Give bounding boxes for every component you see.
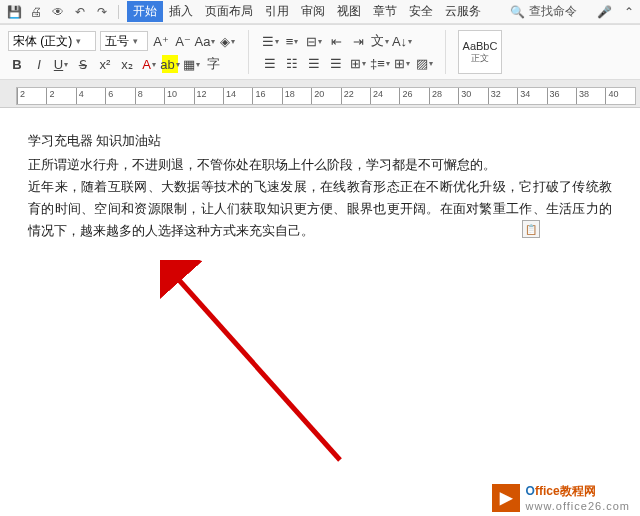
document-paragraph: 正所谓逆水行舟，不进则退，不管你处在职场上什么阶段，学习都是不可懈怠的。: [28, 154, 612, 176]
preview-icon[interactable]: 👁: [50, 4, 66, 20]
align-center-button[interactable]: ☷: [283, 54, 301, 72]
style-normal[interactable]: AaBbC 正文: [458, 30, 502, 74]
sort-button[interactable]: A↓: [393, 32, 411, 50]
redo-icon[interactable]: ↷: [94, 4, 110, 20]
paragraph-group: ☰ ≡ ⊟ ⇤ ⇥ 文 A↓ ☰ ☷ ☰ ☰ ⊞ ‡≡ ⊞ ▨: [261, 32, 433, 72]
underline-button[interactable]: U: [52, 55, 70, 73]
justify-button[interactable]: ☰: [327, 54, 345, 72]
menu-view[interactable]: 视图: [331, 1, 367, 22]
command-search[interactable]: 🔍 查找命令: [502, 3, 585, 20]
undo-icon[interactable]: ↶: [72, 4, 88, 20]
menu-references[interactable]: 引用: [259, 1, 295, 22]
superscript-button[interactable]: x²: [96, 55, 114, 73]
decrease-indent-button[interactable]: ⇤: [327, 32, 345, 50]
font-name-value: 宋体 (正文): [13, 33, 72, 50]
font-size-value: 五号: [105, 33, 129, 50]
separator: [445, 30, 446, 74]
chevron-down-icon: ▾: [76, 36, 81, 46]
quick-access-toolbar: 💾 🖨 👁 ↶ ↷ 开始 插入 页面布局 引用 审阅 视图 章节 安全 云服务 …: [0, 0, 640, 24]
menu-page-layout[interactable]: 页面布局: [199, 1, 259, 22]
menu-cloud[interactable]: 云服务: [439, 1, 487, 22]
save-icon[interactable]: 💾: [6, 4, 22, 20]
brand-url: www.office26.com: [526, 500, 630, 512]
numbering-button[interactable]: ≡: [283, 32, 301, 50]
align-right-button[interactable]: ☰: [305, 54, 323, 72]
increase-indent-button[interactable]: ⇥: [349, 32, 367, 50]
font-name-combo[interactable]: 宋体 (正文) ▾: [8, 31, 96, 51]
separator: [248, 30, 249, 74]
highlight-button[interactable]: ab: [162, 55, 178, 73]
font-color-button[interactable]: A: [140, 55, 158, 73]
ruler-area: 2 2 4 6 8 10 12 14 16 18 20 22 24 26 28 …: [0, 80, 640, 108]
character-border-button[interactable]: 字: [204, 55, 222, 73]
microphone-icon[interactable]: 🎤: [597, 5, 612, 19]
font-size-combo[interactable]: 五号 ▾: [100, 31, 148, 51]
collapse-ribbon-icon[interactable]: ⌃: [624, 5, 634, 19]
subscript-button[interactable]: x₂: [118, 55, 136, 73]
search-label: 查找命令: [529, 3, 577, 20]
brand-name: Office教程网: [526, 483, 630, 500]
clear-format-button[interactable]: ◈: [218, 32, 236, 50]
menu-review[interactable]: 审阅: [295, 1, 331, 22]
multilevel-button[interactable]: ⊟: [305, 32, 323, 50]
line-spacing-button[interactable]: ‡≡: [371, 54, 389, 72]
strike-button[interactable]: S̶: [74, 55, 92, 73]
shading-button[interactable]: ▦: [182, 55, 200, 73]
bold-button[interactable]: B: [8, 55, 26, 73]
change-case-button[interactable]: Aa: [196, 32, 214, 50]
chevron-down-icon: ▾: [133, 36, 138, 46]
menu-start[interactable]: 开始: [127, 1, 163, 22]
logo-icon: ▶: [492, 484, 520, 512]
horizontal-ruler[interactable]: 2 2 4 6 8 10 12 14 16 18 20 22 24 26 28 …: [16, 87, 636, 105]
style-preview-text: AaBbC: [463, 40, 498, 52]
watermark: ▶ Office教程网 www.office26.com: [492, 483, 630, 512]
grow-font-button[interactable]: A⁺: [152, 32, 170, 50]
print-icon[interactable]: 🖨: [28, 4, 44, 20]
menu-insert[interactable]: 插入: [163, 1, 199, 22]
borders-button[interactable]: ⊞: [393, 54, 411, 72]
menu-chapter[interactable]: 章节: [367, 1, 403, 22]
separator: [118, 5, 119, 19]
font-group: 宋体 (正文) ▾ 五号 ▾ A⁺ A⁻ Aa ◈ B I U S̶ x² x₂…: [8, 31, 236, 73]
distribute-button[interactable]: ⊞: [349, 54, 367, 72]
shrink-font-button[interactable]: A⁻: [174, 32, 192, 50]
document-heading: 学习充电器 知识加油站: [28, 130, 612, 152]
bullets-button[interactable]: ☰: [261, 32, 279, 50]
document-page[interactable]: 学习充电器 知识加油站 正所谓逆水行舟，不进则退，不管你处在职场上什么阶段，学习…: [0, 108, 640, 418]
align-left-button[interactable]: ☰: [261, 54, 279, 72]
search-icon: 🔍: [510, 5, 525, 19]
style-name: 正文: [471, 52, 489, 65]
ribbon: 宋体 (正文) ▾ 五号 ▾ A⁺ A⁻ Aa ◈ B I U S̶ x² x₂…: [0, 24, 640, 80]
italic-button[interactable]: I: [30, 55, 48, 73]
fill-button[interactable]: ▨: [415, 54, 433, 72]
text-direction-button[interactable]: 文: [371, 32, 389, 50]
paste-options-icon[interactable]: 📋: [522, 220, 540, 238]
menu-security[interactable]: 安全: [403, 1, 439, 22]
